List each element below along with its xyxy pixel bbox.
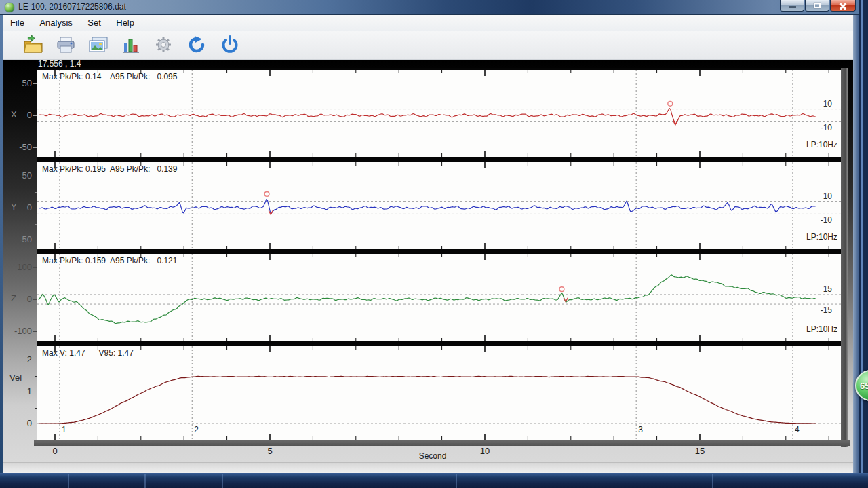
settings-button[interactable] [151, 34, 176, 57]
chart-panel-vel[interactable]: 1234Max V: 1.47 V95: 1.47 [37, 346, 841, 440]
x-tick-label: 0 [46, 446, 64, 456]
desktop-highlight [861, 0, 863, 488]
export-image-button[interactable] [85, 34, 111, 57]
plot-frame-right [841, 68, 848, 447]
refresh-button[interactable] [184, 34, 210, 57]
filter-label: LP:10Hz [806, 324, 837, 334]
power-icon [219, 35, 241, 54]
cursor-readout: 17.556 , 1.4 [38, 59, 81, 69]
y-tick [33, 424, 37, 424]
panel-divider [37, 157, 841, 162]
y-axis-margin: 500-50X500-50Y1000-100Z210Vel [0, 0, 37, 488]
taskbar-seam [456, 474, 457, 488]
title-bar[interactable]: LE-100: 20160717225806.dat [0, 0, 859, 15]
maximize-button[interactable] [805, 0, 829, 12]
y-minor-tick [35, 224, 37, 225]
event-marker-label: 4 [795, 425, 800, 434]
y-tick [33, 240, 37, 240]
chart-panel-z[interactable]: 15-15LP:10HzMax Pk/Pk: 0.159 A95 Pk/Pk: … [37, 254, 841, 341]
channel-label-x: X [11, 109, 17, 119]
y-tick-label: 0 [5, 202, 32, 212]
status-bar [3, 462, 853, 473]
x-tick-label: 15 [691, 446, 709, 456]
print-button[interactable] [53, 34, 79, 57]
panel-divider [37, 249, 841, 254]
y-tick [33, 83, 37, 84]
power-button[interactable] [217, 34, 243, 57]
x-axis-title: Second [406, 451, 460, 461]
app-window: LE-100: 20160717225806.dat File Analysis… [0, 0, 868, 488]
y-tick [33, 208, 37, 208]
close-button[interactable] [830, 0, 856, 12]
y-minor-tick [35, 100, 37, 100]
y-tick [33, 299, 37, 300]
chart-panel-x[interactable]: 10-10LP:10HzMax Pk/Pk: 0.14 A95 Pk/Pk: 0… [37, 70, 841, 157]
y-tick-label: -50 [5, 142, 32, 152]
y-tick-label: 50 [5, 170, 32, 181]
channel-label-vel: Vel [9, 373, 22, 383]
taskbar-seam [222, 474, 223, 488]
y-tick-label: -100 [5, 326, 32, 336]
printer-icon [55, 35, 77, 54]
bar-chart-icon [120, 35, 142, 54]
y-tick-label: 0 [5, 418, 32, 428]
picture-icon [87, 35, 109, 54]
y-tick-label: -50 [5, 234, 32, 244]
max-peak-marker [668, 101, 673, 106]
window-border-right [853, 15, 859, 473]
taskbar[interactable] [0, 473, 868, 488]
event-marker-label: 3 [638, 425, 643, 434]
y-minor-tick [35, 284, 37, 284]
max-peak-marker [559, 287, 564, 292]
trace-x [39, 109, 816, 124]
menu-help[interactable]: Help [110, 15, 140, 28]
filter-label: LP:10Hz [806, 140, 837, 149]
minimize-button[interactable] [780, 0, 804, 12]
max-peak-marker [264, 192, 269, 197]
panel-stats-x: Max Pk/Pk: 0.14 A95 Pk/Pk: 0.095 [42, 72, 177, 81]
right-ref-label: 15 [823, 284, 833, 294]
panel-stats-y: Max Pk/Pk: 0.195 A95 Pk/Pk: 0.139 [42, 164, 177, 174]
time-axis-ruler [34, 440, 850, 446]
menu-analysis[interactable]: Analysis [33, 15, 78, 28]
taskbar-seam [68, 474, 69, 488]
right-ref-label: -10 [821, 215, 833, 225]
y-tick-label: 0 [5, 110, 32, 120]
x-tick-label: 5 [261, 446, 279, 456]
filter-label: LP:10Hz [806, 232, 837, 242]
y-tick [33, 360, 37, 360]
taskbar-seam [144, 474, 146, 488]
y-minor-tick [35, 192, 37, 193]
panel-stats-vel: Max V: 1.47 V95: 1.47 [42, 348, 134, 358]
menu-set[interactable]: Set [81, 15, 107, 28]
channel-label-y: Y [11, 202, 17, 212]
chart-panel-y[interactable]: 10-10LP:10HzMax Pk/Pk: 0.195 A95 Pk/Pk: … [37, 162, 841, 249]
maximize-icon [814, 3, 821, 8]
y-tick-label: 1 [5, 386, 32, 396]
y-tick [33, 267, 37, 268]
y-tick [33, 331, 37, 332]
y-tick-label: 2 [5, 354, 32, 364]
y-tick [33, 115, 37, 116]
channel-label-z: Z [11, 293, 16, 303]
panel-divider [37, 341, 841, 346]
trace-z [39, 275, 816, 324]
taskbar-seam [712, 474, 713, 488]
y-tick [33, 176, 37, 176]
minimize-icon [789, 6, 796, 8]
plot-area[interactable]: 10-10LP:10HzMax Pk/Pk: 0.14 A95 Pk/Pk: 0… [37, 68, 841, 440]
trace-vel [39, 376, 816, 424]
panel-stats-z: Max Pk/Pk: 0.159 A95 Pk/Pk: 0.121 [42, 256, 177, 265]
y-minor-tick [35, 408, 37, 409]
event-marker-label: 2 [194, 425, 199, 434]
menu-bar: File Analysis Set Help [0, 15, 859, 31]
y-minor-tick [35, 132, 37, 132]
y-minor-tick [35, 376, 37, 377]
y-tick-label: 100 [5, 262, 32, 272]
y-minor-tick [35, 316, 37, 316]
report-chart-button[interactable] [118, 34, 144, 57]
x-tick-label: 10 [476, 446, 494, 456]
right-ref-label: -15 [821, 305, 833, 315]
refresh-arrow-icon [186, 35, 208, 54]
gear-icon [153, 35, 174, 54]
